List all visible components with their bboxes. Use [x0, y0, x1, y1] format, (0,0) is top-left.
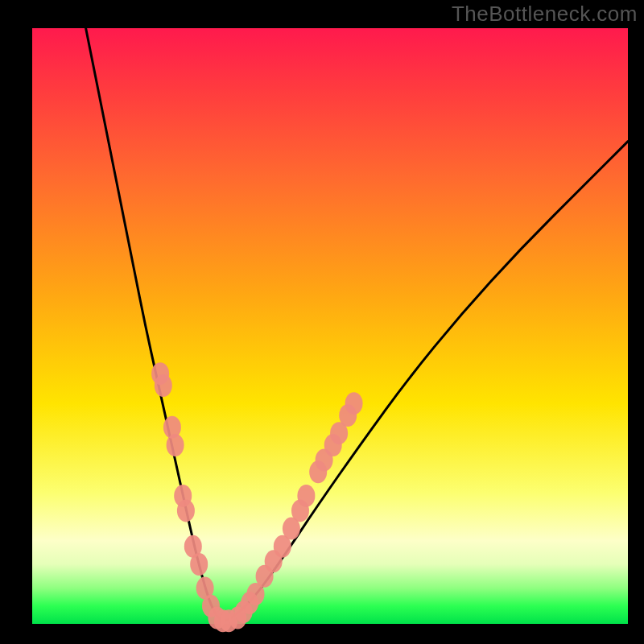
- marker-dot: [345, 392, 363, 415]
- marker-dot: [155, 374, 172, 397]
- chart-frame: TheBottleneck.com: [0, 0, 644, 644]
- bottleneck-curve: [86, 28, 628, 621]
- marker-dot: [190, 553, 208, 576]
- curve-svg: [32, 28, 628, 624]
- marker-dot: [297, 485, 315, 507]
- plot-area: [32, 28, 628, 624]
- marker-dot: [167, 434, 184, 456]
- highlight-markers: [151, 362, 363, 632]
- watermark-label: TheBottleneck.com: [452, 2, 638, 27]
- marker-dot: [177, 499, 195, 522]
